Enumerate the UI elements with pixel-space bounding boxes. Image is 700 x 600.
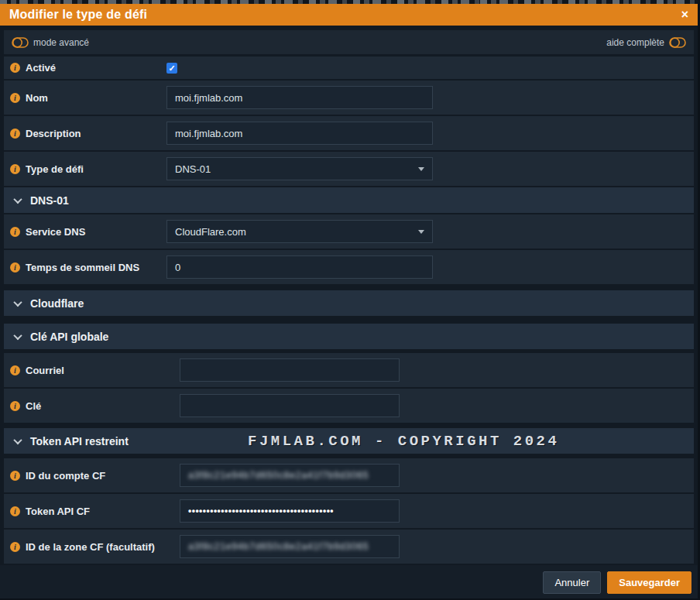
full-help-label: aide complète: [606, 37, 664, 48]
form-row-nom: iNom: [4, 81, 694, 115]
section-label: Cloudflare: [30, 297, 84, 310]
id-du-compte-cf-input[interactable]: a3f8c21e94b7d650c8e2a41f7b9d3065: [180, 464, 400, 487]
field-label: Type de défi: [26, 163, 84, 175]
nom-input[interactable]: [166, 86, 433, 109]
field-label: Courriel: [26, 365, 64, 376]
section-label: DNS-01: [30, 194, 69, 207]
toggle-off-icon: [669, 37, 686, 48]
info-icon[interactable]: i: [10, 63, 20, 73]
field-label-cell: iCourriel: [4, 365, 180, 376]
field-label: Token API CF: [26, 506, 90, 517]
info-icon[interactable]: i: [10, 262, 20, 273]
field-label: ID du compte CF: [26, 470, 105, 482]
section-label: Clé API globale: [30, 331, 108, 343]
modal-dialog: Modifier le type de défi × mode avancé a…: [0, 0, 700, 600]
cancel-button[interactable]: Annuler: [543, 571, 601, 594]
field-label-cell: iID du compte CF: [4, 470, 180, 482]
close-icon[interactable]: ×: [681, 9, 688, 21]
form-row-token-api-cf: iToken API CF•••••••••••••••••••••••••••…: [4, 494, 694, 528]
field-label-cell: iID de la zone CF (facultatif): [4, 541, 180, 553]
field-label: Description: [26, 128, 81, 139]
watermark-text: FJMLAB.COM - COPYRIGHT 2024: [248, 433, 559, 450]
form-row-id-du-compte-cf: iID du compte CFa3f8c21e94b7d650c8e2a41f…: [4, 458, 694, 492]
field-label-cell: iNom: [4, 92, 166, 104]
field-label-cell: iService DNS: [4, 226, 166, 238]
info-icon[interactable]: i: [10, 542, 20, 552]
chevron-down-icon: [13, 194, 22, 203]
info-icon[interactable]: i: [10, 93, 20, 103]
field-label-cell: iClé: [4, 400, 180, 412]
field-control: ✓: [166, 63, 177, 74]
active-checkbox[interactable]: ✓: [166, 63, 177, 74]
form-row-service-dns: iService DNSCloudFlare.com: [4, 214, 694, 249]
chevron-down-icon: [13, 435, 22, 444]
info-icon[interactable]: i: [10, 471, 20, 481]
modal-footer: Annuler Sauvegarder: [0, 565, 698, 600]
modal-title: Modifier le type de défi: [9, 8, 147, 22]
field-control: [166, 122, 433, 145]
section-label: Token API restreint: [30, 435, 129, 447]
field-label: Service DNS: [26, 226, 85, 238]
select-value: CloudFlare.com: [175, 226, 246, 238]
cle-input[interactable]: [180, 394, 400, 417]
field-control: [180, 358, 400, 382]
advanced-mode-label: mode avancé: [33, 37, 89, 48]
form-row-cle: iClé: [4, 389, 694, 423]
info-icon[interactable]: i: [10, 506, 20, 516]
section-header-cloudflare[interactable]: Cloudflare: [4, 290, 694, 316]
id-de-la-zone-cf-facultatif-input[interactable]: a3f8c21e94b7d650c8e2a41f7b9d3065: [180, 535, 400, 558]
field-label-cell: iTemps de sommeil DNS: [4, 262, 166, 273]
temps-de-sommeil-dns-input[interactable]: [166, 255, 433, 279]
form-row-id-de-la-zone-cf-facultatif: iID de la zone CF (facultatif)a3f8c21e94…: [4, 530, 694, 564]
field-label-cell: iType de défi: [4, 163, 166, 175]
toolbar: mode avancé aide complète: [4, 30, 694, 54]
blurred-value: a3f8c21e94b7d650c8e2a41f7b9d3065: [188, 470, 369, 481]
field-control: [180, 394, 400, 417]
save-button[interactable]: Sauvegarder: [607, 571, 691, 594]
form-rows: iActivé✓iNomiDescriptioniType de défiDNS…: [0, 57, 698, 565]
chevron-down-icon: [13, 297, 22, 306]
courriel-input[interactable]: [180, 358, 400, 382]
info-icon[interactable]: i: [10, 365, 20, 375]
full-help-toggle[interactable]: aide complète: [606, 37, 686, 48]
form-row-active: iActivé✓: [4, 57, 694, 79]
token-api-cf-input[interactable]: ••••••••••••••••••••••••••••••••••••••••: [180, 499, 400, 523]
field-control: [166, 255, 433, 279]
form-row-courriel: iCourriel: [4, 353, 694, 387]
service-dns-select[interactable]: CloudFlare.com: [166, 220, 433, 243]
caret-down-icon: [418, 167, 424, 171]
modal-header: Modifier le type de défi ×: [0, 4, 698, 26]
chevron-down-icon: [13, 331, 22, 339]
field-control: a3f8c21e94b7d650c8e2a41f7b9d3065: [180, 535, 400, 558]
field-label: Activé: [26, 62, 56, 74]
type-de-defi-select[interactable]: DNS-01: [166, 157, 433, 180]
toggle-off-icon: [12, 37, 29, 48]
field-label-cell: iActivé: [4, 62, 166, 74]
advanced-mode-toggle[interactable]: mode avancé: [12, 37, 89, 48]
section-header-dns-01[interactable]: DNS-01: [4, 187, 694, 213]
field-control: DNS-01: [166, 157, 433, 180]
select-value: DNS-01: [175, 163, 211, 175]
info-icon[interactable]: i: [10, 227, 20, 237]
form-row-temps-de-sommeil-dns: iTemps de sommeil DNS: [4, 250, 694, 284]
field-label: Temps de sommeil DNS: [26, 262, 139, 273]
field-control: a3f8c21e94b7d650c8e2a41f7b9d3065: [180, 464, 400, 487]
info-icon[interactable]: i: [10, 129, 20, 139]
form-row-type-de-defi: iType de défiDNS-01: [4, 152, 694, 186]
field-label: Clé: [26, 400, 41, 412]
field-control: ••••••••••••••••••••••••••••••••••••••••: [180, 499, 400, 523]
description-input[interactable]: [166, 122, 433, 145]
info-icon[interactable]: i: [10, 164, 20, 174]
form-row-description: iDescription: [4, 116, 694, 150]
info-icon[interactable]: i: [10, 401, 20, 411]
field-control: CloudFlare.com: [166, 220, 433, 243]
field-control: [166, 86, 433, 109]
section-header-cle-api-globale[interactable]: Clé API globale: [4, 324, 694, 349]
field-label: Nom: [26, 92, 48, 104]
section-header-token-api-restreint[interactable]: Token API restreintFJMLAB.COM - COPYRIGH…: [4, 428, 694, 454]
field-label-cell: iDescription: [4, 128, 166, 139]
caret-down-icon: [418, 230, 424, 234]
field-label: ID de la zone CF (facultatif): [26, 541, 155, 553]
blurred-value: a3f8c21e94b7d650c8e2a41f7b9d3065: [188, 541, 369, 552]
field-label-cell: iToken API CF: [4, 506, 180, 517]
